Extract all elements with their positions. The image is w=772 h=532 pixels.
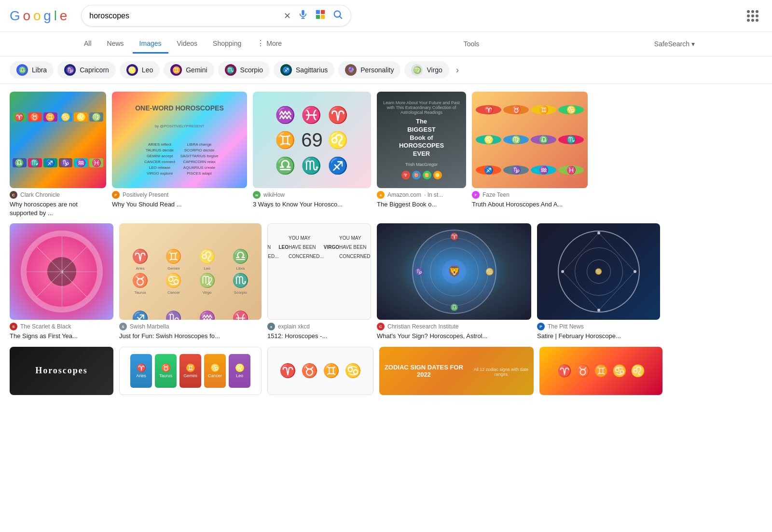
header-right bbox=[743, 6, 762, 26]
svg-line-10 bbox=[599, 272, 635, 310]
result-meta-fazteen: F Faze Teen Truth About Horoscopes And A… bbox=[472, 191, 588, 209]
chip-leo-label: Leo bbox=[142, 66, 153, 74]
nav-tools: Tools bbox=[458, 36, 485, 52]
logo-letter-e: e bbox=[60, 8, 67, 23]
title-scarlet: The Signs as First Yea... bbox=[10, 332, 113, 341]
tab-all[interactable]: All bbox=[77, 35, 98, 54]
result-card-wikihow[interactable]: ♒♓♈ ♊69♌ ♎♏♐ w wikiHow 3 Ways to Know Yo… bbox=[253, 92, 371, 209]
title-swish: Just for Fun: Swish Horoscopes fo... bbox=[119, 332, 262, 341]
results-row-1: ♈ ♉ ♊ ♋ ♌ ♍ ♎ ♏ ♐ ♑ ♒ ♓ C Clark Chroni bbox=[10, 92, 762, 218]
image-search-button[interactable] bbox=[315, 9, 326, 22]
search-input[interactable] bbox=[89, 12, 279, 20]
favicon-positively: P bbox=[112, 191, 120, 199]
source-xkcd: explain xkcd bbox=[278, 323, 310, 330]
result-meta-wikihow: w wikiHow 3 Ways to Know Your Horosco... bbox=[253, 191, 371, 209]
chip-personality[interactable]: 🔮 Personality bbox=[338, 61, 400, 79]
result-meta-positively: P Positively Present Why You Should Read… bbox=[112, 191, 247, 209]
source-pitt: The Pitt News bbox=[548, 323, 584, 330]
result-card-xkcd[interactable]: HOROSCOPES ARIES YOU MAY HAVE BEEN CONCE… bbox=[267, 223, 371, 341]
title-amazon: The Biggest Book o... bbox=[377, 200, 466, 209]
results-row-2: ☽ S The Scarlet & Black The Signs as Fir… bbox=[10, 223, 762, 341]
results-row-3: Horoscopes ♈ Aries ♉ Taurus ♊ Gemi bbox=[10, 347, 762, 395]
result-card-clark[interactable]: ♈ ♉ ♊ ♋ ♌ ♍ ♎ ♏ ♐ ♑ ♒ ♓ C Clark Chroni bbox=[10, 92, 106, 218]
result-card-scarlet[interactable]: ☽ S The Scarlet & Black The Signs as Fir… bbox=[10, 223, 113, 341]
svg-line-12 bbox=[563, 233, 599, 272]
result-card-fazteen[interactable]: ♈ ♉ ♊ ♋ ♌ ♍ ♎ ♏ ♐ ♑ ♒ ♓ F Faze Teen bbox=[472, 92, 588, 209]
svg-point-15 bbox=[597, 309, 600, 312]
amazon-store-label: · In st... bbox=[424, 191, 443, 198]
chip-libra[interactable]: ♎ Libra bbox=[10, 61, 54, 79]
result-card-zodiac-signs[interactable]: ♈♉♊♋♌ bbox=[539, 347, 662, 395]
chip-leo[interactable]: ♌ Leo bbox=[120, 61, 160, 79]
title-xkcd: 1512: Horoscopes -... bbox=[267, 332, 371, 341]
result-meta-amazon: a Amazon.com · In st... The Biggest Book… bbox=[377, 191, 466, 209]
tools-button[interactable]: Tools bbox=[458, 36, 485, 52]
tab-news[interactable]: News bbox=[100, 35, 131, 54]
logo-letter-o2: o bbox=[33, 8, 41, 23]
svg-rect-5 bbox=[316, 15, 320, 19]
result-card-amazon[interactable]: Learn More About Your Future and Past wi… bbox=[377, 92, 466, 209]
chip-virgo[interactable]: ♍ Virgo bbox=[404, 61, 449, 79]
favicon-clark: C bbox=[10, 191, 17, 199]
search-submit-button[interactable] bbox=[332, 9, 343, 22]
chip-capricorn-label: Capricorn bbox=[80, 66, 109, 74]
result-card-black-horoscope[interactable]: Horoscopes bbox=[10, 347, 113, 395]
chip-scorpio[interactable]: ♏ Scorpio bbox=[218, 61, 270, 79]
result-card-cri[interactable]: ♈ ♋ ♎ ♑ 🦁 C Christian Research Institute bbox=[377, 223, 531, 341]
tab-videos[interactable]: Videos bbox=[170, 35, 205, 54]
tab-shopping[interactable]: Shopping bbox=[206, 35, 248, 54]
svg-point-16 bbox=[561, 270, 564, 273]
result-meta-pitt: P The Pitt News Satire | February Horosc… bbox=[537, 323, 660, 341]
svg-rect-6 bbox=[321, 15, 325, 19]
chip-libra-label: Libra bbox=[32, 66, 47, 74]
result-card-zodiac-dates[interactable]: ZODIAC SIGN DATES FOR 2022 All 12 zodiac… bbox=[379, 347, 534, 395]
result-meta-xkcd: x explain xkcd 1512: Horoscopes -... bbox=[267, 323, 371, 341]
chip-capricorn[interactable]: ♑ Capricorn bbox=[57, 61, 116, 79]
result-card-pitt[interactable]: ♋ P The Pitt News Satire | February Horo… bbox=[537, 223, 660, 341]
chips-next-button[interactable]: › bbox=[453, 62, 462, 78]
clear-button[interactable]: ✕ bbox=[284, 11, 291, 21]
result-card-colorful-cards[interactable]: ♈ Aries ♉ Taurus ♊ Gemini ♋ Cancer bbox=[119, 347, 262, 395]
filter-chips: ♎ Libra ♑ Capricorn ♌ Leo ♊ Gemini ♏ Sco… bbox=[0, 56, 772, 84]
title-pitt: Satire | February Horoscope... bbox=[537, 332, 660, 341]
result-card-swish[interactable]: ♈ Aries ♉ Taurus ♊ Gemini ♋ Cancer ♌ Leo bbox=[119, 223, 262, 341]
svg-point-13 bbox=[597, 232, 600, 234]
source-fazteen: Faze Teen bbox=[482, 191, 510, 198]
voice-search-button[interactable] bbox=[298, 9, 308, 22]
chip-sagittarius[interactable]: ♐ Sagittarius bbox=[274, 61, 334, 79]
tab-images[interactable]: Images bbox=[133, 35, 168, 54]
safesearch-button[interactable]: SafeSearch ▾ bbox=[654, 40, 695, 48]
source-swish: Swish Marbella bbox=[130, 323, 169, 330]
favicon-scarlet: S bbox=[10, 323, 17, 330]
svg-rect-3 bbox=[316, 10, 320, 14]
source-cri: Christian Research Institute bbox=[387, 323, 458, 330]
result-card-positively[interactable]: ONE-WORD HOROSCOPES by @POSITIVELYPRESEN… bbox=[112, 92, 247, 209]
favicon-fazteen: F bbox=[472, 191, 480, 199]
chip-virgo-label: Virgo bbox=[427, 66, 442, 74]
svg-rect-4 bbox=[321, 10, 325, 14]
search-action-icons: ✕ bbox=[284, 9, 343, 22]
result-card-zodiac-symbols[interactable]: ♈♉♊♋ bbox=[267, 347, 373, 395]
chip-gemini[interactable]: ♊ Gemini bbox=[164, 61, 214, 79]
favicon-cri: C bbox=[377, 323, 385, 330]
image-results: ♈ ♉ ♊ ♋ ♌ ♍ ♎ ♏ ♐ ♑ ♒ ♓ C Clark Chroni bbox=[0, 84, 772, 409]
source-clark: Clark Chronicle bbox=[20, 191, 60, 198]
title-cri: What's Your Sign? Horoscopes, Astrol... bbox=[377, 332, 531, 341]
header: G o o g l e ✕ bbox=[0, 0, 772, 32]
tab-more[interactable]: ⋮ More bbox=[250, 34, 289, 54]
title-positively: Why You Should Read ... bbox=[112, 200, 247, 209]
apps-grid-button[interactable] bbox=[743, 6, 762, 26]
favicon-wikihow: w bbox=[253, 191, 261, 199]
chip-sagittarius-label: Sagittarius bbox=[296, 66, 328, 74]
favicon-xkcd: x bbox=[267, 323, 275, 330]
search-bar: ✕ bbox=[81, 5, 351, 27]
nav-tabs: All News Images Videos Shopping ⋮ More T… bbox=[0, 32, 772, 56]
favicon-pitt: P bbox=[537, 323, 545, 330]
title-wikihow: 3 Ways to Know Your Horosco... bbox=[253, 200, 371, 209]
title-fazteen: Truth About Horoscopes And A... bbox=[472, 200, 588, 209]
more-dots-icon: ⋮ bbox=[257, 39, 264, 48]
favicon-amazon: a bbox=[377, 191, 385, 199]
result-meta-scarlet: S The Scarlet & Black The Signs as First… bbox=[10, 323, 113, 341]
svg-point-14 bbox=[634, 270, 636, 273]
google-logo[interactable]: G o o g l e bbox=[10, 8, 67, 24]
